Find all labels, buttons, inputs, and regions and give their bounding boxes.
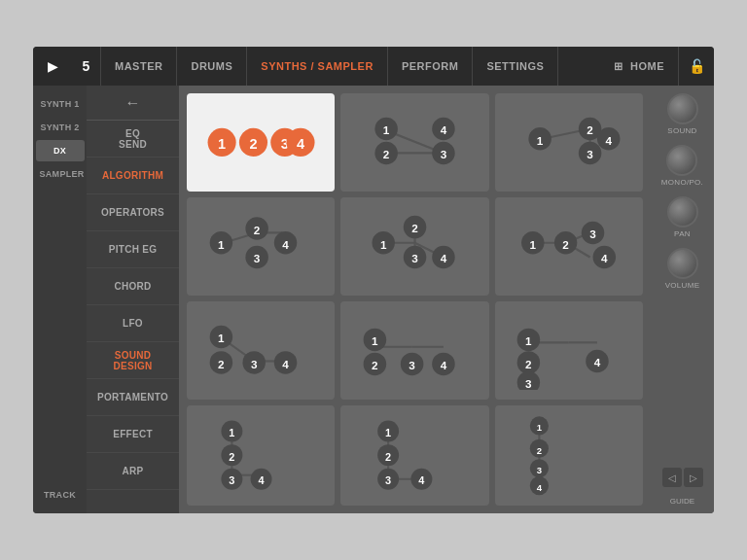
monopo-knob[interactable] xyxy=(666,145,697,176)
svg-text:1: 1 xyxy=(530,238,537,251)
svg-text:3: 3 xyxy=(251,358,258,370)
svg-text:2: 2 xyxy=(372,359,378,371)
sidebar-item-synth2[interactable]: SYNTH 2 xyxy=(36,117,85,138)
svg-text:1: 1 xyxy=(525,335,532,348)
svg-text:2: 2 xyxy=(411,223,418,235)
nav-home[interactable]: ⊞ HOME xyxy=(600,47,679,86)
svg-text:2: 2 xyxy=(587,123,594,136)
menu-operators[interactable]: OPERATORS xyxy=(87,194,179,231)
svg-text:1: 1 xyxy=(537,134,544,147)
svg-text:3: 3 xyxy=(229,475,234,487)
nav-drums[interactable]: DRUMS xyxy=(177,47,247,86)
grid-area: 1 2 3 4 1 2 xyxy=(179,86,651,513)
svg-text:4: 4 xyxy=(537,483,543,494)
algorithm-cell-3[interactable]: 1 2 3 4 xyxy=(495,93,643,192)
svg-text:2: 2 xyxy=(385,451,391,463)
menu-lfo[interactable]: LFO xyxy=(87,305,179,342)
svg-text:4: 4 xyxy=(282,238,289,251)
svg-text:4: 4 xyxy=(441,252,447,264)
top-nav: ▶ 5 MASTER DRUMS SYNTHS / SAMPLER PERFOR… xyxy=(33,47,714,86)
track-number[interactable]: 5 xyxy=(72,47,101,86)
svg-text:4: 4 xyxy=(594,357,601,369)
svg-text:1: 1 xyxy=(372,335,378,348)
svg-text:1: 1 xyxy=(380,238,387,251)
pan-knob-group: PAN xyxy=(667,196,698,238)
algorithm-cell-7[interactable]: 1 2 3 4 xyxy=(187,301,335,400)
algorithm-cell-11[interactable]: 1 2 3 4 xyxy=(340,405,488,506)
sound-knob-label: SOUND xyxy=(667,126,696,135)
svg-text:3: 3 xyxy=(385,475,391,487)
play-button[interactable]: ▶ xyxy=(33,47,72,86)
svg-text:3: 3 xyxy=(587,148,594,160)
nav-master[interactable]: MASTER xyxy=(101,47,177,86)
algorithm-cell-9[interactable]: 1 2 3 4 xyxy=(495,301,643,400)
svg-text:1: 1 xyxy=(383,123,390,136)
svg-text:2: 2 xyxy=(253,224,260,236)
svg-text:1: 1 xyxy=(229,427,234,438)
svg-text:4: 4 xyxy=(258,475,265,487)
sidebar-item-dx[interactable]: DX xyxy=(36,140,85,161)
volume-knob[interactable] xyxy=(667,248,698,279)
prev-button[interactable]: ◁ xyxy=(662,468,682,487)
algorithm-cell-4[interactable]: 1 2 3 4 xyxy=(187,197,335,296)
svg-text:4: 4 xyxy=(441,359,447,371)
sidebar-item-sampler[interactable]: SAMPLER xyxy=(36,163,85,185)
svg-text:3: 3 xyxy=(525,378,532,390)
right-panel: SOUND MONO/PO. PAN VOLUME ◁ ▷ GUIDE xyxy=(651,86,714,513)
menu-sound-design[interactable]: SOUNDDESIGN xyxy=(87,342,179,379)
algorithm-cell-10[interactable]: 1 2 3 4 xyxy=(187,405,335,506)
algorithm-cell-5[interactable]: 1 2 3 4 xyxy=(340,197,488,296)
svg-text:4: 4 xyxy=(282,358,289,370)
svg-text:2: 2 xyxy=(249,136,257,152)
pan-knob-label: PAN xyxy=(674,229,691,238)
svg-text:2: 2 xyxy=(383,148,390,160)
lock-button[interactable]: 🔓 xyxy=(679,47,714,86)
svg-text:1: 1 xyxy=(385,427,391,438)
svg-text:2: 2 xyxy=(525,358,532,370)
sound-knob[interactable] xyxy=(667,93,698,124)
svg-text:3: 3 xyxy=(253,252,260,264)
menu-eq-send[interactable]: EQSEND xyxy=(87,121,179,158)
sound-knob-group: SOUND xyxy=(667,93,698,135)
svg-text:4: 4 xyxy=(606,134,613,147)
algorithm-cell-6[interactable]: 1 2 3 4 xyxy=(495,197,643,296)
menu-effect[interactable]: EFFECT xyxy=(87,416,179,453)
volume-knob-label: VOLUME xyxy=(665,281,700,290)
volume-knob-group: VOLUME xyxy=(665,248,700,290)
menu-algorithm[interactable]: ALGORITHM xyxy=(87,158,179,194)
left-sidebar: SYNTH 1 SYNTH 2 DX SAMPLER TRACK xyxy=(33,86,87,513)
svg-text:4: 4 xyxy=(601,252,608,264)
menu-pitch-eg[interactable]: PITCH EG xyxy=(87,231,179,268)
svg-text:4: 4 xyxy=(418,475,425,487)
menu-chord[interactable]: CHORD xyxy=(87,268,179,305)
algorithm-cell-1[interactable]: 1 2 3 4 xyxy=(187,93,335,192)
nav-synths-sampler[interactable]: SYNTHS / SAMPLER xyxy=(247,47,388,86)
svg-text:3: 3 xyxy=(411,252,418,264)
next-button[interactable]: ▷ xyxy=(684,468,703,487)
middle-menu: ← EQSEND ALGORITHM OPERATORS PITCH EG CH… xyxy=(87,86,179,513)
pan-knob[interactable] xyxy=(667,196,698,228)
menu-portamento[interactable]: PORTAMENTO xyxy=(87,379,179,416)
menu-arp[interactable]: ARP xyxy=(87,453,179,490)
back-button[interactable]: ← xyxy=(87,86,179,121)
main-content: SYNTH 1 SYNTH 2 DX SAMPLER TRACK ← EQSEN… xyxy=(33,86,714,513)
svg-text:1: 1 xyxy=(537,423,543,434)
svg-text:2: 2 xyxy=(229,451,234,463)
svg-text:3: 3 xyxy=(590,228,597,241)
nav-perform[interactable]: PERFORM xyxy=(388,47,474,86)
algorithm-cell-2[interactable]: 1 2 4 3 xyxy=(340,93,488,192)
monopo-knob-label: MONO/PO. xyxy=(661,178,703,187)
playback-buttons: ◁ ▷ xyxy=(662,468,703,487)
sidebar-item-synth1[interactable]: SYNTH 1 xyxy=(36,93,85,115)
svg-text:2: 2 xyxy=(218,358,225,370)
svg-text:1: 1 xyxy=(218,332,225,345)
nav-settings[interactable]: SETTINGS xyxy=(473,47,558,86)
svg-text:3: 3 xyxy=(537,466,542,476)
algorithm-cell-8[interactable]: 1 2 3 4 xyxy=(340,301,488,400)
svg-text:1: 1 xyxy=(218,238,225,251)
algorithm-cell-12[interactable]: 1 2 3 4 xyxy=(495,405,643,506)
svg-text:4: 4 xyxy=(297,136,305,152)
svg-text:3: 3 xyxy=(409,359,415,371)
svg-text:2: 2 xyxy=(563,238,570,251)
sidebar-item-track[interactable]: TRACK xyxy=(36,484,85,506)
